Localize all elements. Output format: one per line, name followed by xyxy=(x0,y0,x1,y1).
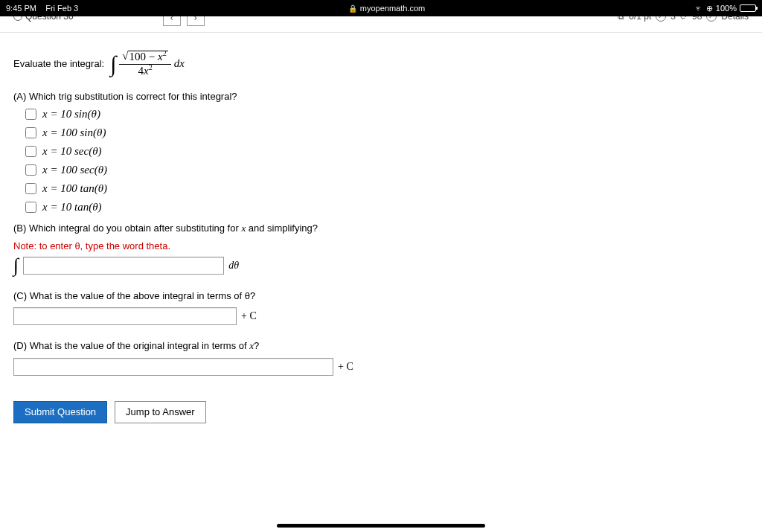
attempts-label: 3 xyxy=(670,16,676,22)
choice-2-checkbox[interactable] xyxy=(25,146,36,157)
part-d-label-1: (D) What is the value of the original in… xyxy=(13,340,249,351)
details-link[interactable]: Details xyxy=(721,16,749,22)
question-content: Evaluate the integral: ∫ √ 100 − x2 4x2 xyxy=(0,33,762,423)
status-time-date: 9:45 PM Fri Feb 3 xyxy=(6,4,78,13)
sqrt-term-b-exp: 2 xyxy=(163,49,167,57)
check-circle-icon: ✓ xyxy=(656,16,666,22)
part-d-input-row: + C xyxy=(13,358,749,376)
orientation-lock-icon: ⊕ xyxy=(706,4,713,13)
choice-0-checkbox[interactable] xyxy=(25,109,36,120)
sqrt-term-b-base: x xyxy=(158,51,163,63)
part-c-input[interactable] xyxy=(13,307,237,325)
sqrt-minus: − xyxy=(146,51,158,63)
choice-0[interactable]: x = 10 sin(θ) xyxy=(25,108,749,121)
part-a-label: (A) Which trig substitution is correct f… xyxy=(13,91,749,102)
retries-label: 98 xyxy=(692,16,702,22)
nav-prev-button[interactable]: ‹ xyxy=(163,16,181,26)
choice-3[interactable]: x = 100 sec(θ) xyxy=(25,164,749,176)
submit-question-button[interactable]: Submit Question xyxy=(13,401,107,423)
question-status-dot-icon xyxy=(13,16,22,21)
browser-domain: myopenmath.com xyxy=(360,4,425,13)
choice-2[interactable]: x = 10 sec(θ) xyxy=(25,145,749,158)
choice-4-label: x = 100 tan(θ) xyxy=(42,182,107,195)
den-coeff: 4 xyxy=(138,65,144,77)
part-c-input-row: + C xyxy=(13,307,749,325)
den-exp: 2 xyxy=(149,63,153,71)
den-base: x xyxy=(144,65,149,77)
battery-icon xyxy=(740,4,756,12)
status-date: Fri Feb 3 xyxy=(45,4,78,13)
part-d-suffix: + C xyxy=(338,361,353,373)
question-number-label: Question 30 xyxy=(25,16,74,22)
status-time: 9:45 PM xyxy=(6,4,36,13)
part-b-input-row: ∫ dθ xyxy=(13,256,749,275)
choice-1[interactable]: x = 100 sin(θ) xyxy=(25,126,749,139)
part-d-input[interactable] xyxy=(13,358,333,376)
integrand-fraction: √ 100 − x2 4x2 xyxy=(119,51,170,77)
new-window-icon: ⧉ xyxy=(618,16,624,22)
choice-4[interactable]: x = 100 tan(θ) xyxy=(25,182,749,195)
dx-label: dx xyxy=(174,57,185,70)
choice-4-checkbox[interactable] xyxy=(25,183,36,194)
home-indicator[interactable] xyxy=(277,524,485,528)
action-buttons: Submit Question Jump to Answer xyxy=(13,401,749,423)
part-d-label-2: ? xyxy=(254,340,259,351)
part-d-label: (D) What is the value of the original in… xyxy=(13,340,749,352)
jump-to-answer-button[interactable]: Jump to Answer xyxy=(115,401,206,423)
part-b-label-2: and simplifying? xyxy=(246,222,318,234)
part-c-label: (C) What is the value of the above integ… xyxy=(13,290,749,301)
part-b-label-1: (B) Which integral do you obtain after s… xyxy=(13,222,241,234)
choice-3-label: x = 100 sec(θ) xyxy=(42,164,107,176)
choice-3-checkbox[interactable] xyxy=(25,164,36,176)
question-header-partial: Question 30 ‹ › ⧉ 0/1 pt ✓ 3 ⟳ 98 ✓ Deta… xyxy=(0,16,762,33)
integral-prompt: Evaluate the integral: ∫ √ 100 − x2 4x2 xyxy=(13,51,749,77)
points-label: 0/1 pt xyxy=(629,16,651,22)
choice-1-checkbox[interactable] xyxy=(25,127,36,138)
part-c-suffix: + C xyxy=(241,310,257,322)
part-b-suffix: dθ xyxy=(228,260,239,272)
wifi-icon: ᯤ xyxy=(695,4,703,13)
choice-5[interactable]: x = 10 tan(θ) xyxy=(25,201,749,214)
part-b-integral-icon: ∫ xyxy=(13,256,19,275)
choice-5-checkbox[interactable] xyxy=(25,202,36,213)
lock-icon: 🔒 xyxy=(348,4,357,13)
part-b-input[interactable] xyxy=(23,257,224,275)
part-a-choices: x = 10 sin(θ) x = 100 sin(θ) x = 10 sec(… xyxy=(25,108,749,214)
choice-1-label: x = 100 sin(θ) xyxy=(42,126,106,139)
device-status-bar: 9:45 PM Fri Feb 3 🔒 myopenmath.com ᯤ ⊕ 1… xyxy=(0,0,762,16)
details-check-icon: ✓ xyxy=(706,16,717,22)
choice-2-label: x = 10 sec(θ) xyxy=(42,145,102,158)
retry-icon: ⟳ xyxy=(680,16,688,22)
choice-0-label: x = 10 sin(θ) xyxy=(42,108,100,121)
nav-next-button[interactable]: › xyxy=(187,16,205,26)
part-b-label: (B) Which integral do you obtain after s… xyxy=(13,222,749,234)
integral-sign-icon: ∫ xyxy=(110,51,116,77)
prompt-lead-text: Evaluate the integral: xyxy=(13,58,104,69)
sqrt-term-a: 100 xyxy=(129,51,147,63)
battery-percent: 100% xyxy=(716,4,737,13)
part-b-note: Note: to enter θ, type the word theta. xyxy=(13,240,749,251)
choice-5-label: x = 10 tan(θ) xyxy=(42,201,102,214)
